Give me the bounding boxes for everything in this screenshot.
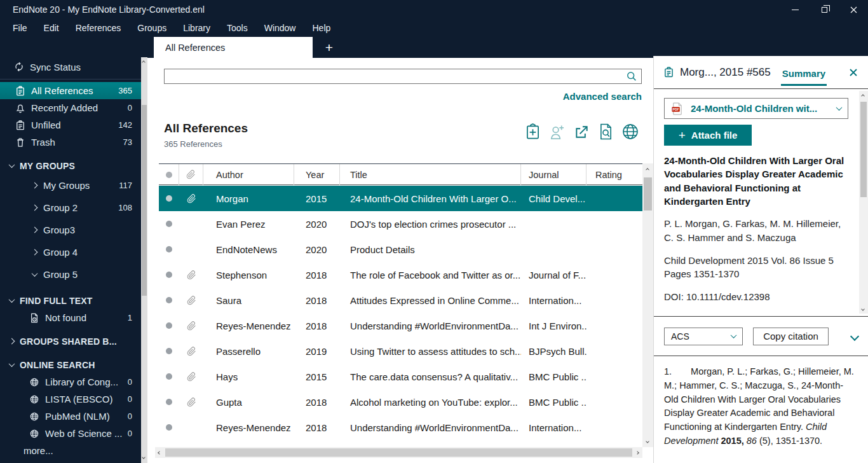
sidebar-item-group-4[interactable]: Group 4	[0, 241, 141, 263]
sidebar-item-my-groups[interactable]: My Groups117	[0, 174, 141, 197]
menu-item-file[interactable]: File	[4, 19, 36, 37]
copy-citation-button[interactable]: Copy citation	[753, 328, 829, 345]
scroll-right-arrow[interactable]	[635, 450, 640, 455]
sidebar-item-find-full-text[interactable]: FIND FULL TEXT	[0, 292, 141, 309]
cell-title: DOJ's top election crimes prosecutor ...	[340, 219, 521, 230]
sidebar-item-library-of-cong[interactable]: Library of Cong...0	[0, 373, 141, 390]
column-header-rating[interactable]: Rating	[587, 164, 642, 185]
cell-author: EndNoteNews	[203, 244, 294, 255]
share-library-button[interactable]	[549, 124, 565, 140]
sidebar-item-trash[interactable]: Trash73	[0, 134, 141, 151]
tab-all-references[interactable]: All References	[154, 37, 313, 58]
sync-status-item[interactable]: Sync Status	[0, 57, 141, 76]
scrollbar-thumb[interactable]	[165, 448, 632, 457]
cell-title: Understanding #WorldEnvironmentDa...	[340, 422, 521, 433]
globe-icon	[29, 395, 39, 404]
column-header-read[interactable]	[159, 164, 179, 185]
clipboard-icon	[15, 120, 25, 130]
record-dot-icon	[166, 272, 172, 278]
sidebar-item-more[interactable]: more...	[0, 442, 141, 459]
cell-year: 2018	[294, 295, 340, 306]
scroll-up-arrow[interactable]	[646, 167, 650, 172]
sidebar-item-not-found[interactable]: Not found1	[0, 309, 141, 326]
cell-title: 24-Month-Old Children With Larger O...	[340, 193, 521, 204]
scroll-left-arrow[interactable]	[158, 450, 162, 455]
sidebar-item-group-2[interactable]: Group 2108	[0, 197, 141, 219]
find-full-text-button[interactable]	[599, 123, 613, 140]
sidebar-item-online-search[interactable]: ONLINE SEARCH	[0, 356, 141, 373]
menu-item-groups[interactable]: Groups	[129, 19, 175, 37]
sidebar-item-groups-shared-b[interactable]: GROUPS SHARED B...	[0, 333, 141, 350]
column-header-author[interactable]: Author	[203, 164, 294, 185]
column-header-year[interactable]: Year	[294, 164, 340, 185]
table-row[interactable]: EndNoteNews 2020 Product Details	[159, 237, 642, 262]
scrollbar-thumb[interactable]	[644, 177, 652, 211]
cell-author: Saura	[203, 295, 294, 306]
menu-item-tools[interactable]: Tools	[219, 19, 256, 37]
maximize-button[interactable]	[810, 0, 839, 19]
list-title: All References	[164, 121, 248, 135]
tab-summary[interactable]: Summary	[781, 59, 827, 86]
sidebar-item-group3[interactable]: Group3	[0, 219, 141, 241]
attach-file-button[interactable]: + Attach file	[664, 125, 752, 146]
horizontal-scrollbar[interactable]	[155, 447, 642, 458]
search-input[interactable]	[164, 69, 642, 84]
table-row[interactable]: Evan Perez 2020 DOJ's top election crime…	[159, 211, 642, 237]
scrollbar-thumb[interactable]	[860, 102, 867, 197]
scroll-down-arrow[interactable]	[861, 307, 865, 311]
new-reference-button[interactable]	[526, 123, 540, 140]
sidebar-item-all-references[interactable]: All References365	[0, 82, 141, 99]
sidebar-scrollbar[interactable]	[141, 57, 147, 463]
citation-text: 1.Morgan, P. L.; Farkas, G.; Hillemeier,…	[654, 356, 868, 463]
scroll-down-arrow[interactable]	[646, 439, 650, 443]
scroll-up-arrow[interactable]	[861, 93, 865, 98]
table-row[interactable]: Reyes-Menendez 2018 Understanding #World…	[159, 313, 642, 338]
sidebar-item-recently-added[interactable]: Recently Added0	[0, 99, 141, 116]
close-button[interactable]	[839, 0, 868, 19]
minimize-button[interactable]	[780, 0, 810, 19]
menu-item-library[interactable]: Library	[175, 19, 219, 37]
window-title: EndNote 20 - My EndNote Library-Converte…	[13, 4, 205, 15]
table-row[interactable]: Passerello 2019 Using Twitter to assess …	[159, 338, 642, 364]
globe-icon	[29, 378, 39, 387]
record-dot-icon	[166, 172, 172, 178]
web-search-button[interactable]	[622, 123, 639, 140]
cell-title: Attitudes Expressed in Online Comme...	[340, 295, 521, 306]
column-header-journal[interactable]: Journal	[521, 164, 587, 185]
sidebar-item-my-groups[interactable]: MY GROUPS	[0, 157, 141, 174]
reference-header: Morg..., 2015 #565 Summary	[654, 56, 868, 89]
column-header-attachment[interactable]	[179, 164, 203, 185]
sidebar-item-pubmed-nlm[interactable]: PubMed (NLM)0	[0, 408, 141, 425]
sidebar-item-lista-ebsco[interactable]: LISTA (EBSCO)0	[0, 390, 141, 408]
search-icon[interactable]	[627, 71, 637, 84]
sidebar-item-unfiled[interactable]: Unfiled142	[0, 116, 141, 134]
scroll-up-arrow[interactable]	[142, 60, 146, 64]
menu-item-references[interactable]: References	[67, 19, 130, 37]
menu-item-edit[interactable]: Edit	[36, 19, 67, 37]
scroll-down-arrow[interactable]	[142, 455, 146, 459]
citation-style-select[interactable]: ACS	[664, 328, 743, 345]
scrollbar-thumb[interactable]	[142, 105, 147, 296]
sidebar-item-group-5[interactable]: Group 5	[0, 263, 141, 286]
advanced-search-link[interactable]: Advanced search	[563, 91, 642, 102]
table-row[interactable]: Saura 2018 Attitudes Expressed in Online…	[159, 287, 642, 313]
chevron-right-icon	[31, 183, 38, 188]
panel-scrollbar[interactable]	[859, 91, 868, 314]
table-row[interactable]: Stephenson 2018 The role of Facebook and…	[159, 262, 642, 287]
sidebar-item-web-of-science[interactable]: Web of Science ...0	[0, 425, 141, 442]
expand-citation-icon[interactable]	[850, 331, 859, 340]
pdf-attachment-dropdown[interactable]: PDF 24-Month-Old Children wit...	[664, 98, 848, 119]
close-panel-button[interactable]	[849, 68, 858, 77]
table-row[interactable]: Morgan 2015 24-Month-Old Children With L…	[159, 186, 642, 211]
menu-item-help[interactable]: Help	[304, 19, 339, 37]
column-header-title[interactable]: Title	[340, 164, 521, 185]
table-row[interactable]: Hays 2015 The care.data consensus? A qua…	[159, 364, 642, 389]
table-row[interactable]: Reyes-Menendez 2018 Understanding #World…	[159, 415, 642, 440]
table-row[interactable]: Gupta 2018 Alcohol marketing on YouTube:…	[159, 389, 642, 415]
vertical-scrollbar[interactable]	[642, 163, 653, 447]
new-tab-button[interactable]: +	[318, 37, 341, 58]
record-dot-icon	[166, 322, 172, 329]
menu-item-window[interactable]: Window	[256, 19, 304, 37]
export-reference-button[interactable]	[574, 124, 590, 140]
reference-title: 24-Month-Old Children With Larger Oral V…	[664, 154, 850, 208]
